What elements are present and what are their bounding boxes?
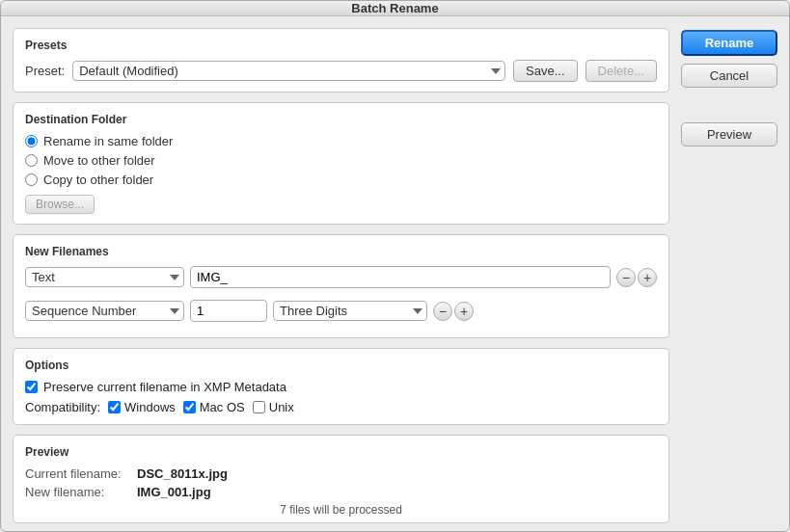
- titlebar: Batch Rename: [1, 1, 789, 16]
- copy-other-folder-radio[interactable]: [25, 173, 38, 186]
- unix-label: Unix: [269, 400, 294, 414]
- window-title: Batch Rename: [351, 1, 438, 15]
- preset-row: Preset: Default (Modified) Save... Delet…: [25, 60, 657, 82]
- xmp-checkbox[interactable]: [25, 381, 38, 393]
- digits-select[interactable]: One Digit Two Digits Three Digits Four D…: [273, 301, 427, 321]
- windows-compat[interactable]: Windows: [108, 400, 176, 414]
- presets-title: Presets: [25, 39, 657, 52]
- xmp-row: Preserve current filename in XMP Metadat…: [25, 380, 657, 394]
- filename-row-2: Text Sequence Number Date/Time Image Pro…: [25, 300, 657, 322]
- filenames-rows: Text Sequence Number Date/Time Image Pro…: [25, 266, 657, 328]
- row2-plus-button[interactable]: +: [454, 302, 474, 321]
- rename-same-folder-label: Rename in same folder: [43, 134, 173, 148]
- rename-button[interactable]: Rename: [681, 30, 777, 56]
- batch-rename-window: Batch Rename Presets Preset: Default (Mo…: [0, 0, 790, 532]
- move-other-folder-label: Move to other folder: [43, 153, 155, 168]
- destination-section: Destination Folder Rename in same folder…: [13, 102, 669, 225]
- row2-minus-button[interactable]: −: [433, 302, 452, 321]
- type-select-1[interactable]: Text Sequence Number Date/Time Image Pro…: [25, 267, 184, 287]
- rename-same-folder-radio[interactable]: [25, 135, 38, 147]
- preview-section: Preview Current filename: DSC_8011x.jpg …: [13, 435, 669, 523]
- options-section: Options Preserve current filename in XMP…: [13, 348, 669, 425]
- new-filename-row: New filename: IMG_001.jpg: [25, 485, 657, 499]
- row2-controls: − +: [433, 302, 474, 321]
- save-button[interactable]: Save...: [513, 60, 577, 82]
- rename-same-folder-option[interactable]: Rename in same folder: [25, 134, 657, 148]
- browse-button: Browse...: [25, 195, 95, 214]
- current-filename-label: Current filename:: [25, 466, 131, 481]
- copy-other-folder-option[interactable]: Copy to other folder: [25, 173, 657, 187]
- macos-checkbox[interactable]: [183, 401, 196, 413]
- unix-checkbox[interactable]: [253, 401, 265, 413]
- current-filename-value: DSC_8011x.jpg: [137, 466, 228, 481]
- row1-minus-button[interactable]: −: [616, 268, 636, 287]
- preview-button[interactable]: Preview: [681, 122, 777, 146]
- move-other-folder-radio[interactable]: [25, 154, 38, 167]
- xmp-label: Preserve current filename in XMP Metadat…: [43, 380, 286, 394]
- delete-button[interactable]: Delete...: [586, 60, 657, 82]
- compat-label: Compatibility:: [25, 400, 100, 414]
- windows-label: Windows: [124, 400, 176, 414]
- destination-title: Destination Folder: [25, 113, 657, 126]
- options-title: Options: [25, 359, 657, 372]
- unix-compat[interactable]: Unix: [253, 400, 294, 414]
- current-filename-row: Current filename: DSC_8011x.jpg: [25, 466, 657, 481]
- filenames-title: New Filenames: [25, 245, 657, 258]
- windows-checkbox[interactable]: [108, 401, 121, 413]
- cancel-button[interactable]: Cancel: [681, 64, 777, 88]
- preview-title: Preview: [25, 445, 657, 459]
- type-select-2[interactable]: Text Sequence Number Date/Time Image Pro…: [25, 301, 184, 321]
- macos-compat[interactable]: Mac OS: [183, 400, 245, 414]
- side-panel: Rename Cancel Preview: [681, 28, 777, 523]
- row1-plus-button[interactable]: +: [638, 268, 657, 287]
- new-filename-value: IMG_001.jpg: [137, 485, 211, 499]
- preset-label: Preset:: [25, 64, 65, 78]
- sequence-start-input[interactable]: [190, 300, 267, 322]
- main-panel: Presets Preset: Default (Modified) Save.…: [13, 28, 669, 523]
- text-input-1[interactable]: [190, 266, 611, 288]
- presets-section: Presets Preset: Default (Modified) Save.…: [13, 28, 669, 93]
- files-processed: 7 files will be processed: [25, 503, 657, 517]
- destination-options: Rename in same folder Move to other fold…: [25, 134, 657, 187]
- row1-controls: − +: [616, 268, 657, 287]
- preset-select[interactable]: Default (Modified): [72, 61, 505, 81]
- compat-row: Compatibility: Windows Mac OS Unix: [25, 400, 657, 414]
- copy-other-folder-label: Copy to other folder: [43, 173, 153, 187]
- filenames-section: New Filenames Text Sequence Number Date/…: [13, 234, 669, 338]
- new-filename-label: New filename:: [25, 485, 131, 499]
- move-other-folder-option[interactable]: Move to other folder: [25, 153, 657, 168]
- filename-row-1: Text Sequence Number Date/Time Image Pro…: [25, 266, 657, 288]
- macos-label: Mac OS: [200, 400, 245, 414]
